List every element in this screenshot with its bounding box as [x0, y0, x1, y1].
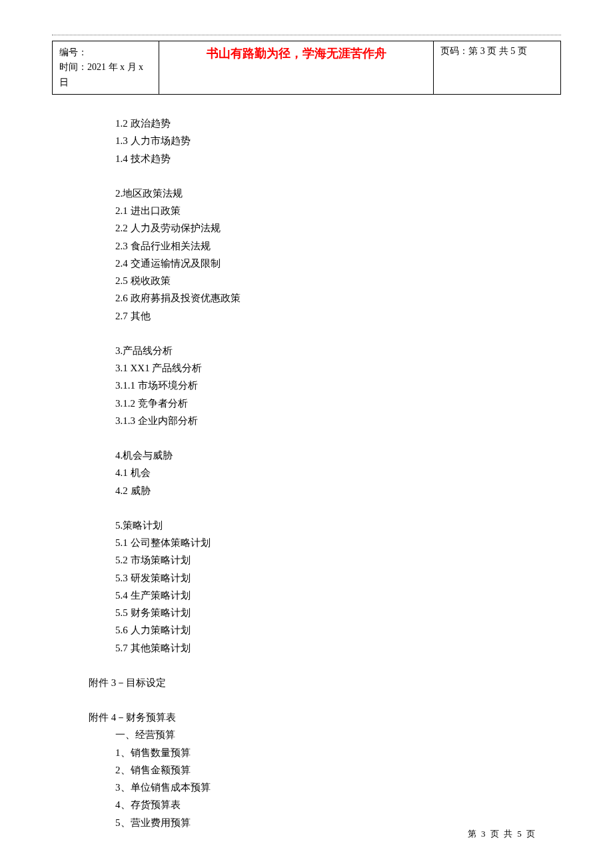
header-table: 编号： 时间：2021 年 x 月 x 日 书山有路勤为径，学海无涯苦作舟 页码…	[52, 41, 561, 95]
outline-item: 2.5 税收政策	[115, 272, 561, 289]
outline-item: 1.4 技术趋势	[115, 150, 561, 167]
outline-item: 4.机会与威胁	[115, 447, 561, 464]
footer-page-number: 第 3 页 共 5 页	[468, 828, 536, 840]
outline-item: 2.7 其他	[115, 307, 561, 325]
outline-item: 3.产品线分析	[115, 342, 561, 359]
attachment-4: 附件 4－财务预算表 一、经营预算 1、销售数量预算 2、销售金额预算 3、单位…	[52, 709, 561, 831]
outline-item: 5.4 生产策略计划	[115, 587, 561, 604]
outline-item: 5.5 财务策略计划	[115, 604, 561, 621]
header-center-cell: 书山有路勤为径，学海无涯苦作舟	[159, 41, 434, 95]
outline-item: 3.1.2 竞争者分析	[115, 395, 561, 412]
attachment-item: 1、销售数量预算	[89, 744, 561, 761]
outline-item: 3.1 XX1 产品线分析	[115, 359, 561, 377]
outline-item: 5.6 人力策略计划	[115, 621, 561, 639]
outline-item: 2.3 食品行业相关法规	[115, 237, 561, 255]
page-label-prefix: 页码：	[440, 46, 468, 56]
outline-item: 1.3 人力市场趋势	[115, 132, 561, 149]
body-content: 1.2 政治趋势 1.3 人力市场趋势 1.4 技术趋势 2.地区政策法规 2.…	[52, 115, 561, 657]
outline-item: 4.2 威胁	[115, 482, 561, 499]
outline-item: 4.1 机会	[115, 464, 561, 481]
outline-item: 5.策略计划	[115, 517, 561, 534]
outline-item: 5.2 市场策略计划	[115, 551, 561, 569]
header-left-cell: 编号： 时间：2021 年 x 月 x 日	[53, 41, 159, 95]
outline-item: 2.6 政府募捐及投资优惠政策	[115, 289, 561, 307]
outline-item: 2.4 交通运输情况及限制	[115, 255, 561, 272]
top-dotted-line	[52, 35, 561, 35]
outline-item: 3.1.1 市场环境分析	[115, 377, 561, 394]
attachment-item: 4、存货预算表	[89, 796, 561, 813]
attachment-title: 附件 3－目标设定	[89, 674, 561, 691]
outline-item: 5.3 研发策略计划	[115, 569, 561, 587]
outline-item: 2.1 进出口政策	[115, 202, 561, 219]
label-number: 编号：	[59, 47, 87, 57]
attachment-item: 2、销售金额预算	[89, 761, 561, 779]
header-quote: 书山有路勤为径，学海无涯苦作舟	[207, 47, 386, 60]
header-right-cell: 页码：第 3 页 共 5 页	[434, 41, 561, 95]
attachment-item: 一、经营预算	[89, 726, 561, 743]
page-label-value: 第 3 页 共 5 页	[468, 46, 527, 56]
attachment-3: 附件 3－目标设定	[52, 674, 561, 691]
outline-item: 5.1 公司整体策略计划	[115, 534, 561, 551]
outline-item: 2.地区政策法规	[115, 185, 561, 202]
outline-item: 2.2 人力及劳动保护法规	[115, 219, 561, 237]
outline-item: 5.7 其他策略计划	[115, 639, 561, 657]
attachment-item: 3、单位销售成本预算	[89, 779, 561, 796]
attachment-title: 附件 4－财务预算表	[89, 709, 561, 726]
label-time-prefix: 时间：	[59, 62, 87, 72]
page-container: 编号： 时间：2021 年 x 月 x 日 书山有路勤为径，学海无涯苦作舟 页码…	[0, 0, 613, 868]
outline-item: 3.1.3 企业内部分析	[115, 412, 561, 429]
outline-item: 1.2 政治趋势	[115, 115, 561, 132]
